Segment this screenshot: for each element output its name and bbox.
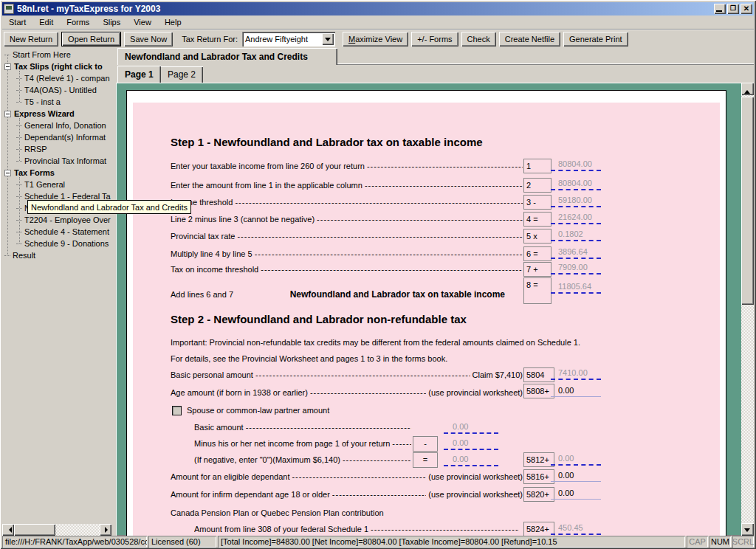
tree-item-rrsp[interactable]: RRSP <box>2 143 111 155</box>
line5808-box: 5808+ <box>523 384 554 398</box>
line2-box: 2 <box>523 178 551 193</box>
dash-leader <box>292 472 426 481</box>
tree-item-start-from-here[interactable]: Start From Here <box>2 49 111 61</box>
tree-item-express-wizard[interactable]: Express Wizard <box>2 108 111 120</box>
step2-note1: Important: Provincial non-refundable tax… <box>171 338 580 347</box>
page-tab-row: Page 1 Page 2 <box>116 65 754 83</box>
scroll-down-icon[interactable] <box>741 523 754 536</box>
window-title: 58nl.ret - myTaxExpress for Y2003 <box>17 4 712 14</box>
generate-print-button[interactable]: Generate Print <box>563 32 628 46</box>
tax-return-for-label: Tax Return For: <box>182 35 238 44</box>
equals-operator-box: = <box>413 452 438 468</box>
status-income-summary: [Total Income]=84830.00 [Net Income]=808… <box>218 536 685 548</box>
scroll-left-icon[interactable] <box>2 524 14 536</box>
new-return-button[interactable]: New Return <box>4 32 58 46</box>
tax-form: Step 1 - Newfoundland and Labrador tax o… <box>133 103 720 536</box>
form-page: Step 1 - Newfoundland and Labrador tax o… <box>126 90 726 536</box>
save-now-button[interactable]: Save Now <box>124 32 173 46</box>
taxpayer-selected-value: Andrew Fiftyeight <box>245 35 308 44</box>
dash-leader <box>365 181 523 190</box>
line5812-value: 0.00 <box>551 453 601 466</box>
line5824-value: 450.45 <box>551 522 601 535</box>
line5820-input[interactable]: 0.00 <box>551 488 601 500</box>
status-license: Licensed (60) <box>148 536 216 548</box>
tree-horizontal-scrollbar[interactable] <box>2 524 111 536</box>
tree-item-t2204[interactable]: T2204 - Employee Over <box>2 214 111 226</box>
dash-leader <box>392 439 411 448</box>
menu-forms[interactable]: Forms <box>60 16 96 28</box>
close-icon[interactable] <box>740 4 752 14</box>
spouse-neg-value: 0.00 <box>444 454 498 466</box>
menu-start[interactable]: Start <box>2 16 32 28</box>
status-bar: file:///H:/FRANK/TaxApp/web/030528/compa… <box>2 536 754 548</box>
line5820-box: 5820+ <box>523 487 554 502</box>
main-area: Start From Here Tax Slips (right click t… <box>2 47 754 536</box>
scroll-right-icon[interactable] <box>100 524 111 536</box>
spouse-basic-value: 0.00 <box>444 421 498 434</box>
create-netfile-button[interactable]: Create Netfile <box>499 32 560 46</box>
navigation-tree: Start From Here Tax Slips (right click t… <box>2 47 111 536</box>
spouse-amount-checkbox[interactable] <box>172 406 182 415</box>
taxpayer-select[interactable]: Andrew Fiftyeight <box>242 32 335 46</box>
open-return-button[interactable]: Open Return <box>61 32 121 46</box>
form-vertical-scrollbar[interactable] <box>741 83 754 536</box>
maximize-view-button[interactable]: Maximize View <box>343 32 408 46</box>
menu-edit[interactable]: Edit <box>32 16 60 28</box>
tree-item-dependants[interactable]: Dependant(s) Informat <box>2 131 111 143</box>
form-row-spouse-basic: Basic amount <box>194 423 411 433</box>
tree-item-t4a-oas[interactable]: T4A(OAS) - Untitled <box>2 84 111 96</box>
tree-item-provincial-tax[interactable]: Provincial Tax Informat <box>2 155 111 167</box>
menu-slips[interactable]: Slips <box>96 16 127 28</box>
collapse-icon[interactable] <box>4 111 11 117</box>
form-row-line6: Multiply line 4 by line 5 <box>171 249 523 260</box>
check-button[interactable]: Check <box>461 32 496 46</box>
line6-value: 3896.64 <box>551 246 601 259</box>
tree-item-t1-general[interactable]: T1 General <box>2 179 111 190</box>
line2-value: 80804.00 <box>551 178 601 190</box>
content-area: Newfondland and Labrador Tax and Credits… <box>116 47 754 536</box>
tree-item-schedule9[interactable]: Schedule 9 - Donations <box>2 238 111 249</box>
form-row-5808: Age amount (if born in 1938 or earlier)(… <box>171 388 523 398</box>
tab-page1[interactable]: Page 1 <box>117 66 161 83</box>
line4-box: 4 = <box>523 212 551 227</box>
line5816-input[interactable]: 0.00 <box>551 470 601 482</box>
tree-item-tax-slips[interactable]: Tax Slips (right click to <box>2 61 111 72</box>
line5808-input[interactable]: 0.00 <box>551 385 601 397</box>
step2-note2: For details, see the Provincial Workshee… <box>171 354 447 363</box>
restore-icon[interactable] <box>727 4 739 14</box>
tab-page2[interactable]: Page 2 <box>160 66 203 83</box>
form-row-5824: Amount from line 308 of your federal Sch… <box>194 525 519 535</box>
minus-operator-box: - <box>413 436 438 452</box>
plus-minus-forms-button[interactable]: +/- Forms <box>411 32 458 46</box>
dash-leader <box>332 490 426 499</box>
status-caps-lock: CAP <box>687 536 708 548</box>
tree-item-general-info[interactable]: General Info, Donation <box>2 120 111 131</box>
menu-bar: Start Edit Forms Slips View Help <box>2 15 754 30</box>
minimize-icon[interactable] <box>714 4 726 14</box>
form-row-spouse-minus: Minus his or her net income from page 1 … <box>194 439 411 449</box>
tree-item-tax-forms[interactable]: Tax Forms <box>2 167 111 179</box>
form-row-spouse-neg: (If negative, enter "0")(Maximum $6,140) <box>194 455 411 466</box>
line5804-box: 5804 <box>523 367 554 382</box>
line1-value: 80804.00 <box>551 159 601 171</box>
line5-value: 0.1802 <box>551 229 601 241</box>
dash-leader <box>235 198 523 207</box>
collapse-icon[interactable] <box>4 170 11 176</box>
collapse-icon[interactable] <box>4 63 11 70</box>
scrollbar-thumb[interactable] <box>14 524 55 536</box>
tree-item-result[interactable]: Result <box>2 249 111 261</box>
tab-newfoundland-form[interactable]: Newfondland and Labrador Tax and Credits <box>117 48 337 65</box>
line5-box: 5 x <box>523 229 551 244</box>
line5816-box: 5816+ <box>523 469 554 484</box>
status-scroll-lock: SCRL <box>732 536 754 548</box>
menu-view[interactable]: View <box>127 16 158 28</box>
scroll-up-icon[interactable] <box>741 83 754 95</box>
title-bar: 58nl.ret - myTaxExpress for Y2003 <box>2 2 754 15</box>
dash-leader <box>371 525 519 534</box>
tree-item-t4[interactable]: T4 (Relevé 1) - compan <box>2 72 111 84</box>
scrollbar-thumb[interactable] <box>741 97 754 305</box>
tree-item-schedule4[interactable]: Schedule 4 - Statement <box>2 226 111 238</box>
menu-help[interactable]: Help <box>158 16 188 28</box>
tree-item-t5[interactable]: T5 - inst a <box>2 96 111 108</box>
chevron-down-icon[interactable] <box>322 33 334 45</box>
